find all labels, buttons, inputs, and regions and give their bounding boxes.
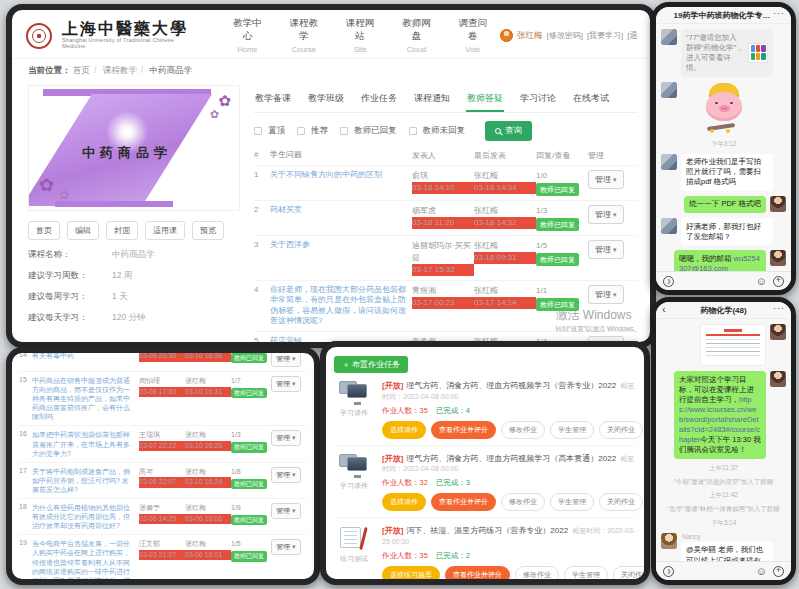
nav-item-site[interactable]: 课程网站Site [343,17,377,54]
edit-button[interactable]: 编辑 [67,221,99,240]
voice-icon[interactable] [663,566,674,577]
chevron-down-icon [611,245,617,254]
change-password-link[interactable]: [修改密码] [546,30,582,41]
review-grade-button[interactable]: 查看作业并评分 [431,493,496,511]
unreplied-checkbox[interactable] [409,127,417,135]
delete-task-button[interactable]: 删除作业 [648,421,650,439]
table-row: 18 为什么有些药用植物的其他部位有效成分比它的药用部位高，但治疗效果却没有药用… [19,499,307,535]
emoji-icon[interactable] [756,276,767,287]
plus-icon[interactable] [773,276,784,287]
preview-button[interactable]: 预览 [192,221,224,240]
group-thumbnail-image [748,43,768,63]
manage-button[interactable]: 管理 [271,467,301,483]
nav-item-home[interactable]: 教学中心Home [230,17,264,54]
daily-study-label: 建议每天学习： [28,312,112,324]
select-question-bank-button[interactable]: 选择练习题库 [382,566,440,584]
weekly-study-label: 建议每周学习： [28,291,112,303]
breadcrumb-current: 中药商品学 [149,65,192,75]
student-manage-button[interactable]: 学生管理 [550,421,594,439]
tab-class[interactable]: 教学班级 [307,89,345,112]
close-task-button[interactable]: 关闭作业 [599,493,643,511]
student-manage-button[interactable]: 学生管理 [564,566,608,584]
tab-prep[interactable]: 教学备课 [254,89,292,112]
manage-button[interactable]: 管理 [588,170,624,189]
task-title: 泻下、祛湿、温里方药练习（营养专业）2022 [406,526,568,535]
user-avatar [500,29,513,42]
message-bubble: 嗯嗯，我的邮箱 wu5254307@163.com [674,250,766,271]
recommended-checkbox[interactable] [297,127,305,135]
manage-button[interactable]: 管理 [271,430,301,446]
review-grade-button[interactable]: 查看作业并评分 [445,566,510,584]
back-icon[interactable] [662,303,666,315]
review-grade-button[interactable]: 查看作业并评分 [431,421,496,439]
replied-checkbox[interactable] [340,127,348,135]
select-courseware-button[interactable]: 选择课件 [382,421,426,439]
close-task-button[interactable]: 关闭作业 [599,421,643,439]
chat-message: “77”邀请您加入群聊“药物化学”，进入可查看详情。 [661,29,786,77]
manage-button[interactable]: 管理 [588,240,624,259]
avatar [770,250,786,266]
breadcrumb-label: 当前位置： [28,65,71,75]
logout-link[interactable]: [退出] [627,30,638,41]
manage-button[interactable]: 管理 [271,351,301,367]
course-info: 课程名称：中药商品学 建议学习周数：12 周 建议每周学习：1 天 建议每天学习… [28,249,240,324]
breadcrumb-home[interactable]: 首页 [73,65,90,75]
home-button[interactable]: 首页 [28,221,60,240]
search-button[interactable]: 查询 [485,121,532,141]
breadcrumb-course[interactable]: 课程教学 [103,65,137,75]
question-link[interactable]: 为什么有些药用植物的其他部位有效成分比它的药用部位高，但治疗效果却没有药用部位好… [32,503,139,530]
emoji-icon[interactable] [756,566,767,577]
group-invite-quote[interactable]: “77”邀请您加入群聊“药物化学”，进入可查看详情。 [681,29,773,77]
delete-task-button[interactable]: 删除作业 [648,493,650,511]
flower-icon: ✿ [39,174,54,196]
manage-button[interactable]: 管理 [271,376,301,392]
question-link[interactable]: 当今电商平台迅猛发展，一部分人购买中药会在网上进行购买，经报道也曾经常看到有人从… [32,539,139,585]
tab-teacher-qa[interactable]: 教师答疑 [466,89,504,112]
question-link[interactable]: 关于西洋参 [270,240,412,250]
chat-title: 药物化学(48) [700,305,746,316]
cover-button[interactable]: 封面 [106,221,138,240]
nav-item-cloud[interactable]: 教师网盘Cloud [399,17,433,54]
study-weeks-value: 12 周 [112,270,132,282]
edit-task-button[interactable]: 修改作业 [501,493,545,511]
manage-button[interactable]: 管理 [271,539,301,555]
select-courseware-button[interactable]: 选择课件 [382,493,426,511]
edit-task-button[interactable]: 修改作业 [515,566,559,584]
more-menu-icon[interactable] [773,303,785,313]
student-manage-button[interactable]: 学生管理 [550,493,594,511]
nav-item-vote[interactable]: 调查问卷Vote [456,17,490,54]
question-link[interactable]: 你好老师，现在我国大部分药品包装都非常简单，有的只是在外包装盒贴上防伪标签，容易… [270,285,412,327]
course-card: ✿ ✿ 中药商品学 ✿ ✿ 首页 编辑 封面 适用课 预览 课程名称：中药商品学… [28,85,240,348]
shared-document-image[interactable] [700,324,766,366]
assign-task-button[interactable]: 布置作业任务 [334,356,408,373]
pig-sticker[interactable] [701,83,747,135]
question-link[interactable]: 关于不同销售方向的中药的区别 [270,170,412,180]
manage-button[interactable]: 管理 [588,205,624,224]
replied-badge: 教师已回复 [536,253,579,266]
tab-online-exam[interactable]: 在线考试 [572,89,610,112]
nav-item-course[interactable]: 课程教学Course [287,17,321,54]
question-link[interactable]: 如果把中药茶饮泡袋似茶包那样普遍推广开来，在市场上具有多大的竞争力? [32,430,139,457]
pinned-checkbox[interactable] [254,127,262,135]
user-name: 张红梅 [517,30,543,42]
manage-button[interactable]: 管理 [588,285,624,304]
tab-notice[interactable]: 课程通知 [413,89,451,112]
question-link[interactable]: 有关有毒中药 [32,351,139,360]
more-menu-icon[interactable] [773,8,785,18]
tab-discussion[interactable]: 学习讨论 [519,89,557,112]
applicable-class-button[interactable]: 适用课 [145,221,185,240]
chat-message: 统一一下 PDF 格式吧 [661,196,786,213]
manage-button[interactable]: 管理 [271,503,301,519]
voice-icon[interactable] [663,276,674,287]
study-link[interactable]: [我要学习] [587,30,623,41]
question-link[interactable]: 中药商品在销售中能否成为普通方向的商品，而不是仅仅作为一种具有再生特质的产品，如… [32,376,139,421]
chat-window-2: 药物化学(48) 大家对照这个学习目标，可以在爱课程上进行提前自主学习，http… [651,297,796,585]
tab-assignments[interactable]: 作业任务 [360,89,398,112]
plus-icon[interactable] [773,566,784,577]
question-link[interactable]: 关于将中药炮制成速食产品，例如中药营养粥，想法可行吗? 发展前景怎么样? [32,467,139,494]
qa-panel: 教学备课 教学班级 作业任务 课程通知 教师答疑 学习讨论 在线考试 置顶 推荐… [254,85,638,348]
question-link[interactable]: 药材买卖 [270,205,412,215]
edit-task-button[interactable]: 修改作业 [501,421,545,439]
system-message: “今朝”邀请“消逝的星空”加入了群聊 [661,478,786,486]
close-task-button[interactable]: 关闭作业 [613,566,650,584]
